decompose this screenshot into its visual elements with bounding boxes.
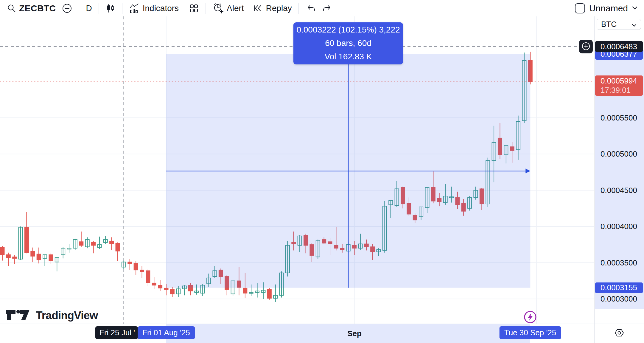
candle-down xyxy=(243,288,247,293)
tradingview-mark-icon xyxy=(5,308,32,323)
plus-circle-icon xyxy=(581,41,591,52)
crosshair-date-label: Fri 25 Jul ' xyxy=(95,326,138,339)
candle-up xyxy=(176,289,180,294)
chevron-down-icon xyxy=(632,6,637,11)
candle-down xyxy=(31,251,35,256)
candle-down xyxy=(128,262,132,263)
price-tick-label: 0.0004500 xyxy=(601,186,637,195)
candle-down xyxy=(267,290,271,298)
bar-countdown: 17:39:01 xyxy=(601,86,631,95)
symbol-name: ZECBTC xyxy=(19,3,56,13)
candle-down xyxy=(37,254,41,260)
gear-hexagon-icon xyxy=(615,329,624,338)
candle-down xyxy=(25,227,29,253)
search-icon xyxy=(7,4,16,13)
alert-button[interactable]: Alert xyxy=(209,1,247,15)
candle-up xyxy=(249,292,253,293)
candle-up xyxy=(261,290,265,292)
compare-add-button[interactable] xyxy=(59,2,75,15)
candle-down xyxy=(158,285,162,288)
replay-rewind-icon xyxy=(252,3,263,14)
save-checkbox[interactable] xyxy=(575,3,585,13)
alert-label: Alert xyxy=(227,4,244,13)
replay-label: Replay xyxy=(266,4,292,13)
indicators-button[interactable]: Indicators xyxy=(126,2,182,15)
measure-end-date-label: Tue 30 Sep '25 xyxy=(500,326,561,339)
toolbar-divider xyxy=(122,3,122,14)
price-unit-value: BTC xyxy=(601,20,617,29)
candle-down xyxy=(7,255,10,258)
chevron-down-icon xyxy=(632,20,637,29)
price-tick-label: 0.0003500 xyxy=(601,258,637,267)
candle-up xyxy=(61,248,65,255)
toolbar-divider xyxy=(99,3,99,14)
measure-change-line: 0.0003222 (102.15%) 3,222 xyxy=(293,23,403,36)
candlestick-style-icon xyxy=(105,3,116,13)
candle-up xyxy=(104,240,108,242)
redo-button[interactable] xyxy=(319,3,336,14)
measure-start-price-label: 0.0003155 xyxy=(595,282,643,293)
price-tick-label: 0.0003000 xyxy=(601,294,637,304)
interval-label: D xyxy=(86,4,92,13)
measure-tooltip: 0.0003222 (102.15%) 3,222 60 bars, 60d V… xyxy=(293,22,403,64)
interval-button[interactable]: D xyxy=(83,2,95,14)
plus-circle-icon xyxy=(62,3,72,14)
price-axis[interactable]: 0.00055000.00050000.00045000.00040000.00… xyxy=(594,16,644,324)
candle-up xyxy=(73,240,77,248)
price-tick-label: 0.0004000 xyxy=(601,222,637,231)
save-layout-control[interactable]: Unnamed xyxy=(575,3,644,13)
candle-up xyxy=(97,245,101,248)
candle-up xyxy=(67,248,71,249)
tradingview-logo[interactable]: TradingView xyxy=(5,308,98,323)
candle-down xyxy=(0,248,4,255)
measure-volume-line: Vol 162.83 K xyxy=(293,50,403,63)
toolbar-divider xyxy=(206,3,206,14)
candle-down xyxy=(49,255,53,260)
candle-down xyxy=(140,270,144,271)
tradingview-wordmark: TradingView xyxy=(36,309,98,322)
measure-bars-line: 60 bars, 60d xyxy=(293,36,403,50)
candle-up xyxy=(19,227,23,259)
replay-button[interactable]: Replay xyxy=(249,2,295,15)
indicators-icon xyxy=(129,3,140,14)
toolbar-divider xyxy=(298,3,299,14)
candle-down xyxy=(146,271,150,283)
time-axis[interactable]: Sep Fri 25 Jul ' Fri 01 Aug '25 Tue 30 S… xyxy=(0,324,594,343)
candle-down xyxy=(13,257,16,258)
candle-up xyxy=(43,255,47,258)
candle-down xyxy=(110,241,113,244)
crosshair-price-label: 0.0006483 xyxy=(595,41,643,52)
grid-templates-icon xyxy=(189,3,199,13)
candle-down xyxy=(164,288,168,290)
candle-up xyxy=(85,240,89,247)
axis-settings-corner[interactable] xyxy=(594,324,644,343)
price-unit-select[interactable]: BTC xyxy=(597,19,641,30)
measure-start-date-label: Fri 01 Aug '25 xyxy=(138,326,195,339)
indicators-label: Indicators xyxy=(143,4,179,13)
undo-button[interactable] xyxy=(302,3,319,14)
indicator-templates-button[interactable] xyxy=(186,2,202,15)
top-toolbar: ZECBTC D Indicators Alert Re xyxy=(0,0,644,16)
candle-down xyxy=(152,283,156,285)
price-tick-label: 0.0005500 xyxy=(601,113,637,122)
candlestick-chart[interactable] xyxy=(0,16,594,343)
chart-type-button[interactable] xyxy=(102,2,119,15)
last-price-label: 0.0005994 17:39:01 xyxy=(595,75,643,96)
layout-name: Unnamed xyxy=(589,3,628,13)
redo-arrow-icon xyxy=(322,4,333,13)
price-tick-label: 0.0005000 xyxy=(601,149,637,159)
undo-arrow-icon xyxy=(305,4,316,13)
candle-up xyxy=(255,291,259,293)
candle-up xyxy=(273,295,277,298)
candle-down xyxy=(79,242,83,245)
add-alert-plus-button[interactable] xyxy=(579,40,593,53)
chart-area: 0.00055000.00050000.00045000.00040000.00… xyxy=(0,16,644,343)
lightning-icon[interactable] xyxy=(524,310,537,324)
candle-down xyxy=(134,263,138,270)
alert-clock-icon xyxy=(212,3,224,14)
candle-down xyxy=(170,290,174,294)
candle-up xyxy=(55,258,59,262)
candle-up xyxy=(195,291,198,293)
candle-down xyxy=(91,242,95,245)
symbol-search-button[interactable]: ZECBTC xyxy=(4,2,59,15)
